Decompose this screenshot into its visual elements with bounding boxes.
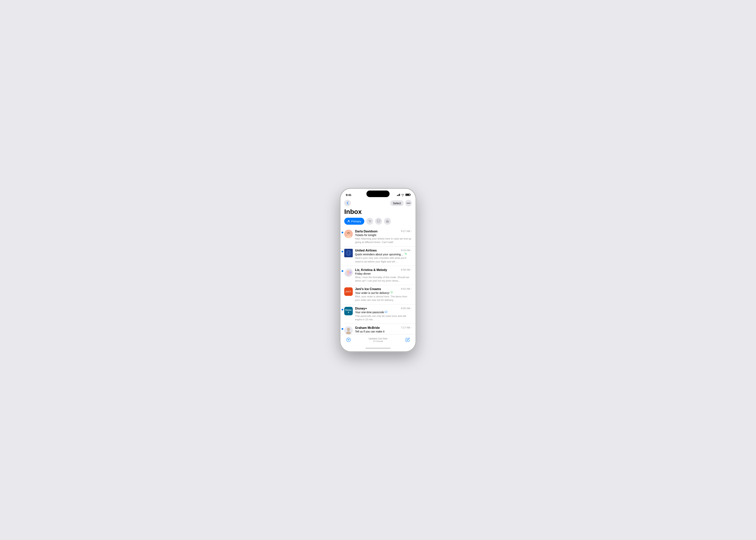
svg-point-22 <box>346 270 349 273</box>
more-options-button[interactable] <box>405 200 412 206</box>
page-title: Inbox <box>340 207 416 218</box>
tab-chat[interactable] <box>375 218 382 225</box>
person-icon <box>347 220 350 222</box>
email-subject-3: Your order is out for delivery! <box>355 291 412 295</box>
bottom-bar: Updated Just Now 12 Unread <box>340 334 416 345</box>
email-header-3: Jeni's Ice Creams 8:42 AM › <box>355 287 412 291</box>
tab-shopping[interactable] <box>366 218 373 225</box>
sender-name-1: United Airlines <box>355 249 399 252</box>
svg-point-34 <box>347 328 350 331</box>
email-preview-2: Wow, I love the formality of this invite… <box>355 276 412 283</box>
status-icons <box>397 194 410 196</box>
home-indicator <box>340 345 416 351</box>
email-item-2[interactable]: Liz, Kristina & Melody 8:58 AM › Friday … <box>344 266 416 285</box>
email-time-5: 7:17 AM <box>401 326 410 329</box>
svg-point-1 <box>408 203 409 203</box>
nav-right-actions: Select <box>390 200 412 206</box>
svg-point-5 <box>370 222 370 222</box>
unread-indicator <box>341 328 343 330</box>
email-header-1: United Airlines 9:10 AM › <box>355 249 412 252</box>
email-content-1: United Airlines 9:10 AM › Quick reminder… <box>355 249 412 263</box>
svg-point-12 <box>347 233 348 234</box>
svg-point-20 <box>406 255 406 255</box>
svg-point-0 <box>407 203 408 203</box>
email-header-2: Liz, Kristina & Melody 8:58 AM › <box>355 268 412 272</box>
email-meta-2: 8:58 AM › <box>401 268 412 271</box>
email-content-0: Darla Davidson 9:27 AM › Tickets for ton… <box>355 230 412 244</box>
email-subject-2: Friday dinner <box>355 272 412 275</box>
email-meta-5: 7:17 AM › <box>401 326 412 329</box>
unread-indicator <box>341 309 343 311</box>
svg-rect-6 <box>377 220 380 222</box>
sender-name-2: Liz, Kristina & Melody <box>355 268 399 272</box>
avatar-united <box>344 249 353 257</box>
email-time-2: 8:58 AM <box>401 268 410 271</box>
email-subject-0: Tickets for tonight <box>355 233 412 237</box>
svg-text:jeni's: jeni's <box>345 290 351 293</box>
back-button[interactable] <box>344 200 351 206</box>
email-item-0[interactable]: Darla Davidson 9:27 AM › Tickets for ton… <box>344 227 416 246</box>
sender-name-4: Disney+ <box>355 307 399 310</box>
unread-indicator <box>341 270 343 272</box>
email-content-3: Jeni's Ice Creams 8:42 AM › Your order i… <box>355 287 412 302</box>
email-meta-4: 8:05 AM › <box>401 307 412 310</box>
status-bar: 9:41 <box>340 189 416 198</box>
filter-button[interactable] <box>345 337 352 343</box>
chevron-icon-4: › <box>411 307 412 310</box>
svg-point-2 <box>410 203 410 203</box>
svg-point-13 <box>349 233 350 234</box>
sender-name-5: Graham McBride <box>355 326 399 330</box>
sender-name-0: Darla Davidson <box>355 230 399 233</box>
nav-bar: Select <box>340 198 416 207</box>
svg-point-19 <box>405 255 406 255</box>
email-content-2: Liz, Kristina & Melody 8:58 AM › Friday … <box>355 268 412 283</box>
email-header-5: Graham McBride 7:17 AM › <box>355 326 412 330</box>
sender-name-3: Jeni's Ice Creams <box>355 287 399 291</box>
chevron-icon-1: › <box>411 249 412 252</box>
updated-text: Updated Just Now <box>369 337 387 340</box>
chevron-icon-5: › <box>411 326 412 329</box>
chevron-icon-2: › <box>411 268 412 271</box>
email-header-4: Disney+ 8:05 AM › <box>355 307 412 310</box>
shopping-icon <box>368 219 371 223</box>
email-subject-5: Tell us if you can make it <box>355 330 412 333</box>
avatar-group <box>344 268 353 277</box>
unread-indicator <box>341 251 343 252</box>
chat-icon <box>377 219 380 223</box>
home-bar <box>365 348 391 349</box>
select-button[interactable]: Select <box>390 201 404 206</box>
unread-indicator <box>341 232 343 233</box>
email-preview-5: Reminder to RSVP and reserve your seat a… <box>355 334 412 334</box>
avatar-darla <box>344 230 353 238</box>
bottom-bar-center: Updated Just Now 12 Unread <box>369 337 387 342</box>
compose-button[interactable] <box>404 337 411 343</box>
battery-icon <box>405 194 410 196</box>
email-meta-3: 8:42 AM › <box>401 287 412 290</box>
tab-primary[interactable]: Primary <box>344 218 364 225</box>
signal-icon <box>397 194 400 196</box>
email-meta-1: 9:10 AM › <box>401 249 412 252</box>
email-preview-3: Rich, your order is almost here. The ite… <box>355 295 412 302</box>
email-preview-1: Here's your very own checklist with what… <box>355 256 412 263</box>
chevron-icon-3: › <box>411 287 412 290</box>
email-preview-4: This passcode can only be used once and … <box>355 314 412 321</box>
svg-point-27 <box>391 293 392 294</box>
email-time-3: 8:42 AM <box>401 287 410 290</box>
svg-point-24 <box>347 273 350 275</box>
avatar-graham <box>344 326 353 334</box>
chat-badge-4 <box>385 311 387 314</box>
email-item-1[interactable]: United Airlines 9:10 AM › Quick reminder… <box>344 246 416 266</box>
unread-count: 12 Unread <box>373 340 383 342</box>
email-preview-0: Hey! Attaching your tickets here in case… <box>355 237 412 244</box>
shopping-badge-1 <box>404 253 407 256</box>
email-item-5[interactable]: Graham McBride 7:17 AM › Tell us if you … <box>344 324 416 334</box>
tab-promos[interactable] <box>384 218 391 225</box>
tab-primary-label: Primary <box>351 220 361 223</box>
email-item-3[interactable]: jeni's Jeni's Ice Creams 8:42 AM › Your … <box>344 285 416 304</box>
chevron-icon-0: › <box>411 230 412 232</box>
phone-device: 9:41 <box>340 189 416 351</box>
email-item-4[interactable]: Disney + Disney+ 8:05 AM › Your one-time… <box>344 305 416 324</box>
avatar-jenis: jeni's <box>344 287 353 296</box>
svg-point-28 <box>392 293 393 294</box>
svg-point-4 <box>369 222 369 222</box>
